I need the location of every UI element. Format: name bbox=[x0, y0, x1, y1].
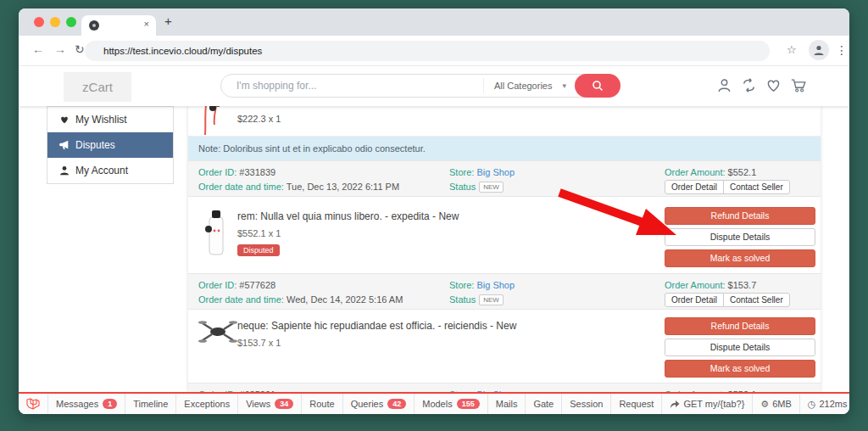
debugbar-duration[interactable]: ◷212ms bbox=[799, 394, 849, 414]
status-badge: NEW bbox=[479, 294, 504, 305]
dispute-details-button[interactable]: Dispute Details bbox=[665, 228, 815, 246]
sidebar-item-label: My Account bbox=[75, 165, 128, 176]
tab-close-icon[interactable]: × bbox=[144, 19, 149, 29]
contact-seller-button[interactable]: Contact Seller bbox=[723, 293, 790, 307]
order-actions: Order Detail Contact Seller bbox=[665, 180, 790, 194]
count-badge: 155 bbox=[457, 399, 480, 409]
account-icon[interactable] bbox=[716, 77, 732, 93]
order-amount-label: Order Amount: bbox=[665, 280, 726, 290]
search-icon bbox=[592, 80, 604, 92]
window-maximize-dot[interactable] bbox=[66, 17, 76, 27]
user-icon bbox=[59, 165, 70, 176]
item-price-qty: $222.3 x 1 bbox=[237, 114, 281, 124]
new-tab-button[interactable]: + bbox=[164, 14, 172, 28]
sidebar-item-disputes[interactable]: Disputes bbox=[47, 132, 173, 158]
order-id-value: #577628 bbox=[239, 280, 275, 290]
url-bar[interactable]: https://test.incevio.cloud/my/disputes bbox=[85, 41, 770, 61]
refund-details-button[interactable]: Refund Details bbox=[665, 207, 815, 225]
window-close-dot[interactable] bbox=[34, 17, 44, 27]
cart-icon[interactable] bbox=[790, 77, 807, 93]
sidebar-item-wishlist[interactable]: My Wishlist bbox=[47, 107, 173, 132]
count-badge: 1 bbox=[103, 399, 117, 409]
browser-tab[interactable]: × bbox=[81, 15, 156, 36]
debugbar-tab-request[interactable]: Request bbox=[610, 394, 661, 414]
debugbar-tab-mails[interactable]: Mails bbox=[487, 394, 526, 414]
compare-icon[interactable] bbox=[741, 77, 757, 93]
mark-as-solved-button[interactable]: Mark as solved bbox=[665, 249, 815, 267]
search-bar: I'm shopping for... All Categories ▾ bbox=[220, 74, 620, 98]
window-minimize-dot[interactable] bbox=[50, 17, 60, 27]
bookmark-star-icon[interactable]: ☆ bbox=[787, 43, 797, 56]
profile-avatar[interactable] bbox=[809, 40, 829, 60]
store-label: Store: bbox=[449, 280, 474, 290]
debugbar-tab-route[interactable]: Route bbox=[301, 394, 342, 414]
forward-icon[interactable]: → bbox=[54, 42, 66, 56]
browser-menu-icon[interactable]: ⋮ bbox=[836, 43, 848, 57]
order-id-value: #331839 bbox=[239, 167, 275, 177]
item-price-qty: $153.7 x 1 bbox=[237, 338, 281, 348]
debugbar-tab-messages[interactable]: Messages1 bbox=[47, 394, 125, 414]
dispute-details-button[interactable]: Dispute Details bbox=[665, 339, 815, 356]
category-dropdown[interactable]: All Categories bbox=[483, 78, 562, 93]
debugbar-tab-session[interactable]: Session bbox=[561, 394, 610, 414]
wishlist-heart-icon[interactable] bbox=[765, 77, 782, 93]
status-label: Status bbox=[449, 294, 476, 305]
order-amount-value: $153.7 bbox=[728, 280, 757, 290]
count-badge: 42 bbox=[387, 399, 406, 409]
browser-window: × + ← → ↻ https://test.incevio.cloud/my/… bbox=[19, 8, 849, 414]
store-link[interactable]: Big Shop bbox=[476, 167, 515, 177]
order-id-label: Order ID: bbox=[198, 280, 236, 290]
debugbar-tab-models[interactable]: Models155 bbox=[414, 394, 487, 414]
store-link[interactable]: Big Shop bbox=[476, 280, 515, 290]
bottle-thumbnail bbox=[202, 207, 231, 258]
gear-icon: ⚙ bbox=[760, 399, 769, 410]
debugbar-tab-queries[interactable]: Queries42 bbox=[342, 394, 415, 414]
debugbar-memory[interactable]: ⚙6MB bbox=[752, 394, 799, 414]
partial-product-row: $222.3 x 1 bbox=[188, 106, 821, 137]
mark-as-solved-button[interactable]: Mark as solved bbox=[665, 360, 815, 378]
contact-seller-button[interactable]: Contact Seller bbox=[723, 180, 790, 194]
item-title: rem: Nulla vel quia minus libero. - expe… bbox=[237, 210, 459, 222]
sidebar-item-label: My Wishlist bbox=[75, 114, 127, 126]
sidebar-item-account[interactable]: My Account bbox=[47, 158, 173, 183]
order-id-label: Order ID: bbox=[198, 167, 236, 177]
order-detail-button[interactable]: Order Detail bbox=[665, 293, 724, 307]
clock-icon: ◷ bbox=[808, 399, 816, 410]
store-label: Store: bbox=[449, 167, 474, 177]
drone-thumbnail bbox=[198, 318, 237, 345]
dispute-note: Note: Doloribus sint ut et in explicabo … bbox=[188, 137, 821, 160]
sidebar-item-label: Disputes bbox=[75, 139, 115, 151]
tab-strip: × + bbox=[19, 8, 849, 36]
disputes-card: $222.3 x 1 Note: Doloribus sint ut et in… bbox=[188, 106, 821, 392]
order-header-partial: Order ID: #635891 Store: Big Shop Order … bbox=[188, 383, 821, 392]
debugbar-tab-timeline[interactable]: Timeline bbox=[125, 394, 175, 414]
order-amount-value: $552.1 bbox=[728, 167, 757, 177]
reload-icon[interactable]: ↻ bbox=[75, 42, 85, 56]
refund-details-button[interactable]: Refund Details bbox=[665, 317, 815, 335]
search-button[interactable] bbox=[575, 74, 620, 98]
status-badge: NEW bbox=[479, 182, 504, 193]
count-badge: 34 bbox=[275, 399, 293, 409]
order-header: Order ID: #331839 Order date and time: T… bbox=[188, 160, 821, 197]
debugbar-tab-exceptions[interactable]: Exceptions bbox=[175, 394, 237, 414]
order-detail-button[interactable]: Order Detail bbox=[665, 180, 724, 194]
back-icon[interactable]: ← bbox=[32, 42, 44, 56]
item-title: neque: Sapiente hic repudiandae est offi… bbox=[237, 320, 516, 332]
order-date-value: Wed, Dec 14, 2022 5:16 AM bbox=[287, 294, 403, 305]
order-date-label: Order date and time: bbox=[198, 182, 284, 192]
shop-logo[interactable]: zCart bbox=[64, 72, 131, 102]
debugbar-tab-gate[interactable]: Gate bbox=[525, 394, 561, 414]
earbuds-thumbnail bbox=[202, 106, 224, 137]
search-input[interactable]: I'm shopping for... bbox=[221, 80, 483, 92]
chevron-down-icon[interactable]: ▾ bbox=[562, 81, 575, 90]
site-favicon-icon bbox=[89, 20, 99, 31]
debugbar-tab-views[interactable]: Views34 bbox=[237, 394, 301, 414]
disputed-badge: Disputed bbox=[237, 244, 280, 256]
dispute-item-row: neque: Sapiente hic repudiandae est offi… bbox=[188, 310, 821, 383]
dispute-actions: Refund Details Dispute Details Mark as s… bbox=[665, 317, 815, 381]
order-date-value: Tue, Dec 13, 2022 6:11 PM bbox=[287, 182, 399, 192]
user-icon bbox=[813, 44, 825, 56]
order-date-label: Order date and time: bbox=[198, 294, 284, 305]
status-label: Status bbox=[449, 182, 476, 192]
debugbar-route-info[interactable]: GET my/{tab?} bbox=[661, 394, 752, 414]
